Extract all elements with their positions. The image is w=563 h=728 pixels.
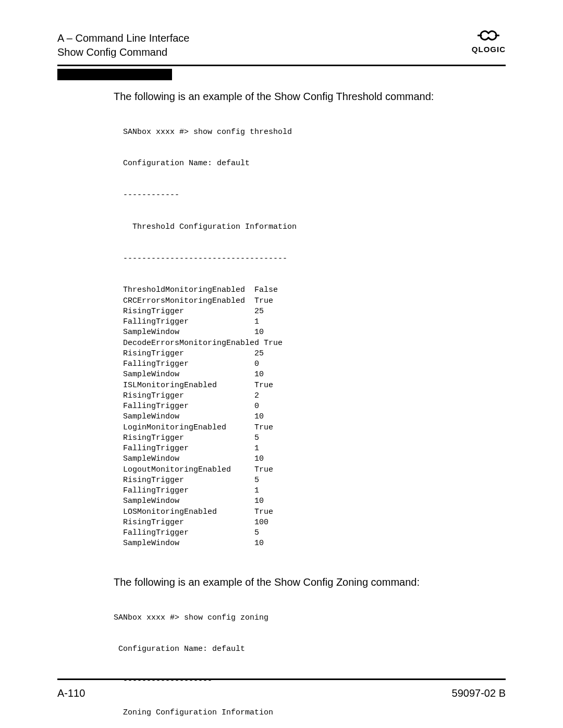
row-key: RisingTrigger [123, 433, 254, 443]
row-value: 1 [254, 317, 259, 326]
header-rule [57, 65, 506, 66]
threshold-cmd: SANbox xxxx #> show config threshold [123, 127, 506, 138]
threshold-terminal: SANbox xxxx #> show config threshold Con… [123, 106, 506, 570]
table-row: RisingTrigger5 [123, 475, 506, 486]
table-row: ISLMonitoringEnabledTrue [123, 380, 506, 391]
row-key: FallingTrigger [123, 528, 254, 538]
row-value: True [254, 465, 273, 474]
threshold-intro: The following is an example of the Show … [114, 91, 506, 103]
row-key: SampleWindow [123, 496, 254, 507]
row-key: SampleWindow [123, 327, 254, 338]
row-value: 10 [254, 328, 264, 337]
row-value: True [254, 381, 273, 390]
threshold-rows: ThresholdMonitoringEnabledFalseCRCErrors… [123, 285, 506, 549]
page-content: The following is an example of the Show … [114, 91, 506, 728]
table-row: FallingTrigger1 [123, 317, 506, 327]
row-value: 0 [254, 402, 259, 411]
header-line-2: Show Config Command [57, 45, 189, 59]
table-row: RisingTrigger100 [123, 517, 506, 528]
table-row: LoginMonitoringEnabledTrue [123, 423, 506, 433]
table-row: SampleWindow10 [123, 496, 506, 507]
zoning-terminal: SANbox xxxx #> show config zoning Config… [114, 591, 506, 728]
header-title-block: A – Command Line Interface Show Config C… [57, 31, 189, 59]
page-footer: A-110 59097-02 B [57, 674, 506, 699]
table-row: SampleWindow10 [123, 454, 506, 464]
row-value: 10 [254, 370, 264, 379]
row-key: SampleWindow [123, 369, 254, 380]
row-key: LOSMonitoringEnabled [123, 507, 254, 517]
row-value: 1 [254, 444, 259, 453]
row-value: 5 [254, 434, 259, 442]
table-row: SampleWindow10 [123, 412, 506, 422]
table-row: RisingTrigger5 [123, 433, 506, 443]
row-value: 10 [254, 497, 264, 505]
threshold-dash-a: ------------ [123, 190, 506, 201]
row-key: RisingTrigger [123, 306, 254, 317]
row-value: 10 [254, 539, 264, 548]
row-key: LoginMonitoringEnabled [123, 423, 254, 433]
brand-logo: QLOGIC [472, 29, 506, 54]
table-row: SampleWindow10 [123, 538, 506, 549]
row-value: True [254, 508, 273, 516]
row-key: SampleWindow [123, 538, 254, 549]
table-row: ThresholdMonitoringEnabledFalse [123, 285, 506, 295]
table-row: DecodeErrorsMonitoringEnabled True [123, 338, 506, 349]
row-value: 25 [254, 349, 264, 358]
zoning-title: Zoning Configuration Information [114, 708, 506, 718]
row-key: ThresholdMonitoringEnabled [123, 285, 254, 295]
row-value: 5 [254, 528, 259, 537]
table-row: FallingTrigger0 [123, 359, 506, 369]
row-value: 5 [254, 476, 259, 485]
row-value: True [254, 423, 273, 432]
table-row: RisingTrigger25 [123, 349, 506, 359]
row-key: RisingTrigger [123, 349, 254, 359]
threshold-dash-b: ----------------------------------- [123, 254, 506, 264]
zoning-cmd: SANbox xxxx #> show config zoning [114, 613, 506, 623]
table-row: RisingTrigger25 [123, 306, 506, 317]
row-value: 100 [254, 518, 268, 527]
row-key: FallingTrigger [123, 443, 254, 454]
page-number: A-110 [57, 687, 85, 699]
row-value: False [254, 286, 278, 294]
row-key: SampleWindow [123, 412, 254, 422]
header-line-1: A – Command Line Interface [57, 31, 189, 45]
row-key: FallingTrigger [123, 486, 254, 496]
doc-number: 59097-02 B [452, 687, 506, 699]
brand-name: QLOGIC [472, 45, 506, 54]
page-header: A – Command Line Interface Show Config C… [57, 31, 506, 59]
table-row: FallingTrigger0 [123, 401, 506, 412]
zoning-conf-name: Configuration Name: default [114, 644, 506, 655]
header-tab [57, 69, 172, 80]
row-key: ISLMonitoringEnabled [123, 380, 254, 391]
threshold-title: Threshold Configuration Information [123, 222, 506, 232]
table-row: LogoutMonitoringEnabledTrue [123, 465, 506, 475]
row-value: True [254, 297, 273, 305]
row-key: FallingTrigger [123, 401, 254, 412]
table-row: FallingTrigger1 [123, 486, 506, 496]
row-value: 25 [254, 307, 264, 316]
row-value: 10 [254, 454, 264, 463]
row-value: 2 [254, 391, 259, 400]
row-value: 1 [254, 486, 259, 495]
row-key: FallingTrigger [123, 317, 254, 327]
row-key: RisingTrigger [123, 391, 254, 401]
row-key: SampleWindow [123, 454, 254, 464]
table-row: FallingTrigger1 [123, 443, 506, 454]
table-row: LOSMonitoringEnabledTrue [123, 507, 506, 517]
table-row: FallingTrigger5 [123, 528, 506, 538]
threshold-conf-name: Configuration Name: default [123, 158, 506, 169]
table-row: CRCErrorsMonitoringEnabledTrue [123, 296, 506, 306]
row-value: 10 [254, 412, 264, 421]
table-row: SampleWindow10 [123, 369, 506, 380]
table-row: SampleWindow10 [123, 327, 506, 338]
table-row: RisingTrigger2 [123, 391, 506, 401]
row-key: RisingTrigger [123, 517, 254, 528]
row-key: RisingTrigger [123, 475, 254, 486]
row-key: LogoutMonitoringEnabled [123, 465, 254, 475]
zoning-intro: The following is an example of the Show … [114, 576, 506, 588]
row-value: 0 [254, 360, 259, 368]
row-key: CRCErrorsMonitoringEnabled [123, 296, 254, 306]
row-key: FallingTrigger [123, 359, 254, 369]
qlogic-glyph-icon [478, 29, 499, 42]
footer-rule [57, 678, 506, 680]
